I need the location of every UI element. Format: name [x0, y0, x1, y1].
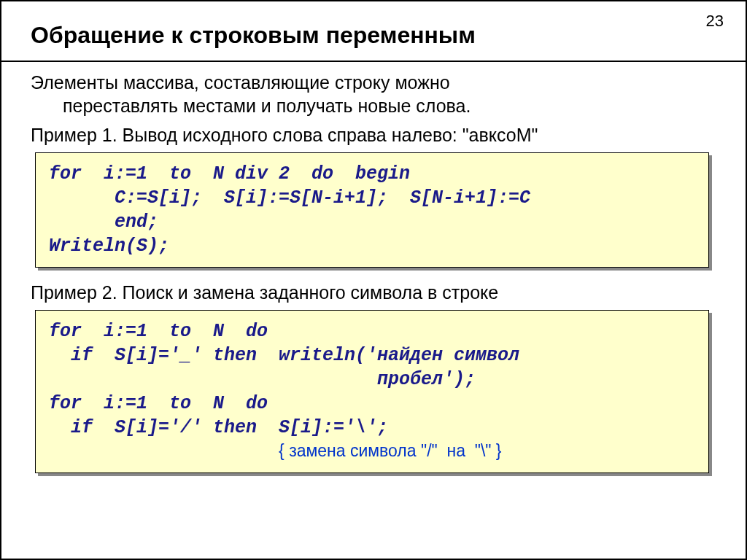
intro-line2: переставлять местами и получать новые сл… — [31, 94, 724, 117]
example2-comment: { замена символа "/" на "\" } — [279, 441, 501, 460]
intro-line1: Элементы массива, составляющие строку мо… — [31, 72, 450, 93]
example1-code: for i:=1 to N div 2 do begin C:=S[i]; S[… — [35, 152, 709, 268]
content-area: Элементы массива, составляющие строку мо… — [1, 62, 746, 473]
example1-label: Пример 1. Вывод исходного слова справа н… — [31, 123, 724, 147]
intro-paragraph: Элементы массива, составляющие строку мо… — [31, 71, 724, 117]
page-title: Обращение к строковым переменным — [1, 1, 746, 61]
page-number: 23 — [706, 12, 724, 31]
example2-code: for i:=1 to N do if S[i]='_' then writel… — [35, 310, 709, 473]
example2-label: Пример 2. Поиск и замена заданного симво… — [31, 281, 724, 304]
